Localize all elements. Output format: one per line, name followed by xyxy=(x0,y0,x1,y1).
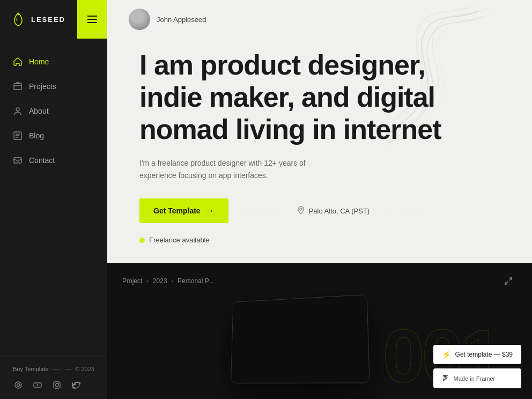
sidebar-nav: Home Projects About xyxy=(0,39,107,357)
sidebar-item-projects[interactable]: Projects xyxy=(0,74,107,99)
sidebar-item-home[interactable]: Home xyxy=(0,49,107,74)
headline-line1: I am product designer, xyxy=(139,49,425,80)
hero-subtitle: I'm a freelance product designer with 12… xyxy=(139,157,343,181)
status-text: Freelance available xyxy=(149,236,210,244)
sidebar-item-home-label: Home xyxy=(29,57,49,66)
twitter-social-icon[interactable] xyxy=(71,380,82,390)
avatar xyxy=(129,9,150,30)
device-body xyxy=(231,294,370,383)
floating-get-template-button[interactable]: ⚡ Get template — $39 xyxy=(433,345,521,364)
svg-point-9 xyxy=(55,383,58,387)
sidebar-item-projects-label: Projects xyxy=(29,82,56,91)
floating-buttons: ⚡ Get template — $39 Made in Framer xyxy=(433,345,521,388)
made-in-framer-label: Made in Framer xyxy=(454,375,496,382)
hamburger-line-1 xyxy=(87,16,97,17)
about-icon xyxy=(13,106,23,116)
buy-template-label[interactable]: Buy Template xyxy=(13,366,48,372)
device-mockup xyxy=(217,286,399,399)
hero-content: I am product designer, indie maker, and … xyxy=(107,39,532,260)
hero-top-bar: John Appleseed xyxy=(107,0,532,39)
hero-section: John Appleseed I am product designer, in… xyxy=(107,0,532,263)
home-icon xyxy=(13,57,23,66)
sidebar-logo-area: LESEED xyxy=(0,0,107,39)
sidebar-item-about[interactable]: About xyxy=(0,99,107,123)
main-content: John Appleseed I am product designer, in… xyxy=(107,0,532,399)
project-tag-1: Project xyxy=(122,277,142,285)
lightning-icon: ⚡ xyxy=(442,350,451,359)
sidebar: LESEED Home Proje xyxy=(0,0,107,399)
sidebar-item-contact[interactable]: Contact xyxy=(0,148,107,173)
hamburger-line-2 xyxy=(87,19,97,20)
svg-point-2 xyxy=(16,108,19,111)
sidebar-item-blog-label: Blog xyxy=(29,131,44,140)
project-tag-2: 2023 xyxy=(153,277,167,285)
floating-get-template-label: Get template — $39 xyxy=(455,351,513,358)
headline-line2: indie maker, and digital xyxy=(139,82,435,113)
hero-headline: I am product designer, indie maker, and … xyxy=(139,49,500,145)
logo-icon xyxy=(11,12,26,27)
headline-line3: nomad living in internet xyxy=(139,114,441,145)
meta-dots-2 xyxy=(382,211,425,211)
status-meta: Freelance available xyxy=(139,236,210,244)
svg-rect-4 xyxy=(14,158,21,163)
framer-icon xyxy=(442,374,449,383)
project-bar: Project • 2023 • Personal P... xyxy=(122,272,517,290)
copyright-label: © 2023 xyxy=(75,366,94,372)
device-screen xyxy=(231,295,370,383)
avatar-image xyxy=(129,9,150,30)
instagram-social-icon[interactable] xyxy=(51,380,62,390)
buy-template-row: Buy Template © 2023 xyxy=(13,366,94,372)
arrow-icon: → xyxy=(206,206,215,216)
location-text: Palo Alto, CA (PST) xyxy=(309,207,370,215)
expand-button[interactable] xyxy=(500,272,517,290)
sidebar-item-blog[interactable]: Blog xyxy=(0,123,107,148)
hero-actions: Get Template → Palo Alto, CA (PST) Freel… xyxy=(139,198,500,244)
svg-rect-8 xyxy=(54,382,60,388)
svg-point-10 xyxy=(58,383,60,384)
project-tag-3: Personal P... xyxy=(178,277,213,285)
get-template-button[interactable]: Get Template → xyxy=(139,198,228,223)
projects-icon xyxy=(13,82,23,91)
meta-dots-1 xyxy=(241,211,284,211)
status-indicator xyxy=(139,238,145,243)
youtube-social-icon[interactable] xyxy=(32,380,43,390)
social-icons-row xyxy=(13,380,94,390)
sidebar-footer: Buy Template © 2023 xyxy=(0,357,107,399)
svg-point-0 xyxy=(18,14,19,16)
sidebar-item-about-label: About xyxy=(29,107,49,115)
made-in-framer-button[interactable]: Made in Framer xyxy=(433,368,521,388)
menu-toggle-button[interactable] xyxy=(77,0,107,39)
hamburger-line-3 xyxy=(87,22,97,23)
contact-icon xyxy=(13,156,23,165)
location-meta: Palo Alto, CA (PST) xyxy=(297,206,370,216)
location-pin-icon xyxy=(297,206,305,216)
blog-icon xyxy=(13,131,23,141)
sidebar-item-contact-label: Contact xyxy=(29,156,55,165)
user-name: John Appleseed xyxy=(157,16,206,24)
dots-separator xyxy=(53,369,71,370)
svg-point-6 xyxy=(17,384,20,387)
email-social-icon[interactable] xyxy=(13,380,24,390)
logo-text: LESEED xyxy=(31,16,65,24)
tag-dot-1: • xyxy=(146,278,149,284)
tag-dot-2: • xyxy=(172,278,174,284)
get-template-label: Get Template xyxy=(153,206,201,215)
svg-rect-1 xyxy=(14,84,21,90)
svg-point-11 xyxy=(300,208,302,210)
